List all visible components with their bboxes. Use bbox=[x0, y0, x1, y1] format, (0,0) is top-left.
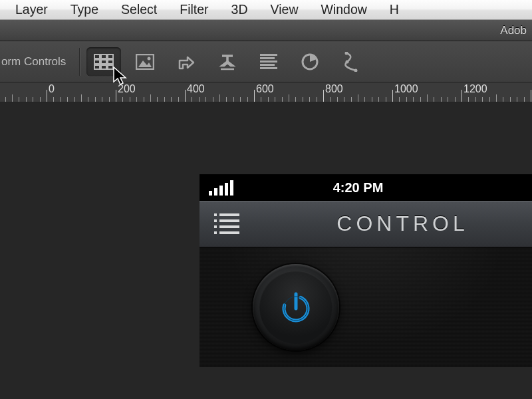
ruler-tick bbox=[489, 97, 490, 102]
ruler-tick bbox=[268, 97, 269, 102]
ruler-tick bbox=[261, 97, 261, 102]
ruler-tick bbox=[323, 90, 324, 102]
ruler-tick bbox=[88, 97, 88, 102]
path-icon bbox=[344, 52, 358, 72]
image-icon bbox=[136, 54, 154, 70]
menu-type[interactable]: Type bbox=[59, 2, 110, 17]
path-button[interactable] bbox=[334, 47, 368, 76]
window-titlebar: Adob bbox=[0, 20, 532, 41]
ruler-tick bbox=[455, 97, 456, 102]
power-button[interactable] bbox=[253, 264, 339, 350]
menu-help[interactable]: H bbox=[378, 2, 410, 17]
ruler-tick bbox=[448, 97, 448, 102]
share-icon bbox=[178, 53, 195, 70]
ruler-tick bbox=[309, 97, 310, 102]
menu-view[interactable]: View bbox=[259, 2, 310, 17]
svg-rect-14 bbox=[260, 61, 277, 63]
svg-rect-8 bbox=[108, 65, 113, 69]
ruler-tick bbox=[199, 97, 200, 102]
svg-rect-6 bbox=[94, 65, 100, 69]
ruler-tick bbox=[26, 97, 27, 102]
ruler-tick bbox=[337, 97, 338, 102]
svg-rect-2 bbox=[108, 55, 113, 59]
ruler-tick bbox=[303, 97, 303, 102]
ruler-tick bbox=[344, 97, 344, 102]
ruler-label: 0 bbox=[49, 83, 55, 95]
app-name-label: Adob bbox=[500, 24, 527, 37]
ruler-tick bbox=[413, 97, 414, 102]
ruler-tick bbox=[282, 97, 283, 102]
ruler-tick bbox=[233, 97, 234, 102]
ruler-tick bbox=[19, 97, 19, 102]
ruler-tick bbox=[213, 97, 213, 102]
share-button[interactable] bbox=[169, 47, 203, 76]
ruler-label: 800 bbox=[325, 83, 343, 95]
type-mask-button[interactable] bbox=[210, 47, 245, 76]
menu-select[interactable]: Select bbox=[110, 2, 168, 17]
svg-rect-0 bbox=[94, 55, 100, 59]
align-button[interactable] bbox=[251, 47, 286, 76]
macos-menubar[interactable]: Layer Type Select Filter 3D View Window … bbox=[0, 0, 532, 20]
ruler-tick bbox=[136, 97, 137, 102]
ruler-tick bbox=[378, 97, 379, 102]
menu-layer[interactable]: Layer bbox=[4, 2, 59, 17]
ruler-tick bbox=[178, 97, 179, 102]
ruler-tick bbox=[240, 97, 241, 102]
ruler-tick bbox=[364, 97, 365, 102]
ruler-tick bbox=[441, 97, 442, 102]
ruler-tick bbox=[524, 97, 525, 102]
ruler-tick bbox=[295, 97, 296, 102]
ruler-tick bbox=[392, 90, 393, 102]
iphone-mockup: 4:20 PM CONTROL bbox=[200, 174, 532, 367]
signal-strength-icon bbox=[209, 180, 233, 196]
svg-point-19 bbox=[346, 60, 349, 63]
svg-rect-16 bbox=[260, 67, 277, 69]
ruler-tick bbox=[330, 97, 331, 102]
power-icon bbox=[277, 289, 315, 326]
ruler-tick bbox=[67, 97, 68, 102]
ruler-tick bbox=[226, 97, 227, 102]
svg-rect-3 bbox=[94, 60, 100, 64]
ruler-tick bbox=[81, 94, 82, 102]
ruler-tick bbox=[219, 94, 220, 102]
ruler-tick bbox=[468, 97, 469, 102]
ruler-tick bbox=[74, 97, 75, 102]
svg-point-20 bbox=[354, 68, 358, 72]
type-mask-icon bbox=[218, 53, 237, 70]
options-toolbar: orm Controls bbox=[0, 41, 532, 82]
menu-3d[interactable]: 3D bbox=[220, 2, 259, 17]
app-body bbox=[200, 247, 532, 367]
svg-rect-4 bbox=[101, 60, 106, 64]
ruler-label: 600 bbox=[256, 83, 274, 95]
ruler-tick bbox=[5, 97, 6, 102]
document-canvas[interactable]: 4:20 PM CONTROL bbox=[0, 102, 532, 399]
ruler-tick bbox=[150, 94, 151, 102]
ruler-tick bbox=[289, 94, 289, 102]
ruler-tick bbox=[53, 97, 54, 102]
ruler-tick bbox=[386, 97, 386, 102]
svg-rect-5 bbox=[108, 60, 113, 64]
ruler-tick bbox=[254, 90, 255, 102]
ruler-tick bbox=[496, 94, 497, 102]
app-navbar: CONTROL bbox=[200, 201, 532, 247]
ruler-tick bbox=[164, 97, 165, 102]
svg-point-11 bbox=[148, 57, 151, 60]
svg-rect-12 bbox=[260, 54, 277, 56]
menu-filter[interactable]: Filter bbox=[168, 2, 219, 17]
ruler-tick bbox=[171, 97, 172, 102]
pie-button[interactable] bbox=[293, 47, 327, 76]
image-button[interactable] bbox=[128, 47, 162, 76]
ruler-tick bbox=[144, 97, 144, 102]
list-menu-icon[interactable] bbox=[214, 213, 239, 234]
ruler-tick bbox=[434, 97, 434, 102]
align-icon bbox=[260, 54, 277, 70]
ruler-tick bbox=[157, 97, 158, 102]
grid-button[interactable] bbox=[86, 47, 121, 76]
ruler-tick bbox=[317, 97, 317, 102]
ruler-label: 400 bbox=[187, 83, 205, 95]
ruler-tick bbox=[116, 90, 116, 102]
ruler-tick bbox=[40, 97, 41, 102]
menu-window[interactable]: Window bbox=[309, 2, 378, 17]
toolbar-group-label: orm Controls bbox=[1, 55, 75, 68]
horizontal-ruler[interactable]: 020040060080010001200140 bbox=[0, 82, 532, 102]
